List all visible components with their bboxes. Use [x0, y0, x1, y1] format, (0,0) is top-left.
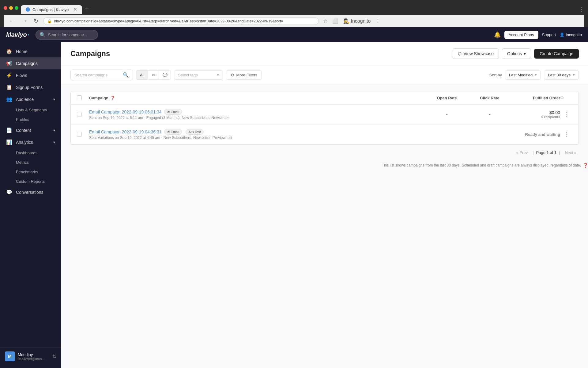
meta-separator: -: [144, 116, 146, 120]
column-settings-icon[interactable]: ⚙: [560, 95, 564, 100]
tab-title: Campaigns | Klaviyo: [32, 7, 69, 12]
prev-page-button[interactable]: « Prev: [514, 149, 530, 156]
options-label: Options: [507, 51, 522, 56]
sort-dropdown[interactable]: Last Modified ▾: [505, 70, 541, 80]
search-input[interactable]: [74, 73, 120, 77]
meta-tags: Engaged (3 Months), New Subscribers, New…: [146, 116, 229, 120]
sort-chevron-icon: ▾: [535, 73, 537, 77]
sidebar-item-conversations[interactable]: 💬 Conversations: [0, 186, 61, 198]
meta-prefix: Sent on: [89, 116, 102, 120]
select-all-checkbox-wrap[interactable]: [77, 95, 89, 100]
filter-email-button[interactable]: ✉: [149, 70, 159, 80]
user-icon: 👤: [560, 33, 564, 37]
fulfilled-count: 0 recipients: [511, 115, 560, 119]
sidebar-item-benchmarks[interactable]: Benchmarks: [0, 167, 61, 177]
filter-all-button[interactable]: All: [136, 70, 148, 80]
back-button[interactable]: ←: [7, 17, 17, 25]
account-plans-button[interactable]: Account Plans: [504, 31, 538, 39]
address-bar[interactable]: 🔒 klaviyo.com/campaigns?q=&status=&type=…: [43, 17, 319, 25]
row-1-menu-button[interactable]: ⋮: [560, 111, 572, 118]
sidebar-item-lists-segments[interactable]: Lists & Segments: [0, 105, 61, 115]
sidebar-sub-label: Dashboards: [16, 151, 37, 155]
search-icon: 🔍: [123, 72, 129, 78]
incognito-btn[interactable]: 🕵 Incognito: [342, 17, 372, 25]
sidebar-item-label: Home: [16, 49, 27, 54]
close-traffic-light[interactable]: [4, 6, 7, 10]
click-rate-header-label: Click Rate: [480, 96, 499, 100]
browser-tabs: Campaigns | Klaviyo ✕ +: [21, 4, 91, 14]
next-page-button[interactable]: Next »: [562, 149, 579, 156]
active-tab[interactable]: Campaigns | Klaviyo ✕: [21, 5, 82, 14]
sidebar-group-label: Content: [16, 128, 31, 133]
sidebar-item-audience[interactable]: 👥 Audience ▾: [0, 93, 61, 105]
sidebar-item-flows[interactable]: ⚡ Flows: [0, 69, 61, 81]
support-button[interactable]: Support: [542, 33, 556, 37]
campaign-help-icon[interactable]: ❓: [110, 96, 115, 100]
create-campaign-button[interactable]: Create Campaign: [534, 49, 579, 59]
user-info: Moodjoy 9ba4e9ef@moo...: [18, 352, 49, 361]
options-button[interactable]: Options ▾: [502, 48, 531, 59]
table-row: Email Campaign 2022-09-19 04:36:31 ✉ Ema…: [71, 125, 579, 144]
ab-test-tag-badge: A/B Test: [186, 129, 204, 135]
more-filters-button[interactable]: ⚙ More Filters: [226, 70, 262, 80]
bookmark-btn[interactable]: ☆: [322, 17, 329, 25]
notification-bell-button[interactable]: 🔔: [494, 31, 501, 38]
select-all-checkbox[interactable]: [77, 95, 82, 100]
sidebar-item-content[interactable]: 📄 Content ▾: [0, 124, 61, 136]
new-tab-button[interactable]: +: [83, 4, 91, 14]
row-2-menu-button[interactable]: ⋮: [560, 131, 572, 138]
page-title: Campaigns: [70, 49, 110, 58]
meta-tags: New Subscribers, Newsletter, Preview Lis…: [164, 136, 232, 140]
row-2-checkbox-wrap[interactable]: [77, 132, 89, 137]
browser-toolbar: ← → ↻ 🔒 klaviyo.com/campaigns?q=&status=…: [4, 15, 584, 27]
campaign-link[interactable]: Email Campaign 2022-09-19 06:01:34 ✉ Ema…: [89, 109, 425, 115]
sidebar-item-campaigns[interactable]: 📢 Campaigns: [0, 57, 61, 69]
sidebar: 🏠 Home 📢 Campaigns ⚡ Flows 📋 Signup Form…: [0, 42, 61, 368]
campaign-info: Email Campaign 2022-09-19 04:36:31 ✉ Ema…: [89, 129, 425, 140]
browser-menu-btn[interactable]: ⋮: [579, 6, 584, 13]
maximize-traffic-light[interactable]: [15, 6, 18, 10]
sidebar-user-footer[interactable]: M Moodjoy 9ba4e9ef@moo... ⇅: [0, 347, 61, 365]
email-tag-badge: ✉ Email: [164, 109, 182, 115]
reload-button[interactable]: ↻: [32, 17, 40, 25]
meta-separator: -: [161, 136, 163, 140]
row-1-checkbox[interactable]: [77, 112, 82, 117]
traffic-lights: [4, 6, 18, 10]
forward-button[interactable]: →: [20, 17, 29, 25]
email-tag-badge: ✉ Email: [164, 129, 182, 135]
sidebar-item-custom-reports[interactable]: Custom Reports: [0, 177, 61, 186]
top-search-input[interactable]: [48, 33, 94, 37]
browser-menu-dots[interactable]: ⋮: [374, 17, 382, 25]
view-showcase-button[interactable]: ⬡ View Showcase: [453, 48, 499, 59]
top-navigation: klaviyo● 🔍 🔔 Account Plans Support 👤 Inc…: [0, 27, 588, 42]
chevron-right-icon: ▾: [53, 128, 55, 132]
sidebar-item-signup-forms[interactable]: 📋 Signup Forms: [0, 81, 61, 93]
incognito-user-button[interactable]: 👤 Incognito: [560, 33, 582, 37]
email-tag-icon: ✉: [167, 130, 170, 134]
view-showcase-label: View Showcase: [463, 51, 494, 56]
filter-icon: ⚙: [231, 73, 234, 77]
footer-help-icon[interactable]: ❓: [583, 163, 588, 168]
sidebar-item-home[interactable]: 🏠 Home: [0, 45, 61, 57]
row-checkbox-wrap[interactable]: [77, 112, 89, 117]
row-2-checkbox[interactable]: [77, 132, 82, 137]
expand-icon: ⇅: [52, 354, 56, 359]
sort-value: Last Modified: [509, 73, 533, 77]
filter-sms-button[interactable]: 💬: [160, 70, 171, 80]
minimize-traffic-light[interactable]: [9, 6, 13, 10]
campaign-link[interactable]: Email Campaign 2022-09-19 04:36:31 ✉ Ema…: [89, 129, 425, 135]
sidebar-item-analytics[interactable]: 📊 Analytics ▾: [0, 136, 61, 148]
tab-close-btn[interactable]: ✕: [73, 7, 77, 12]
date-range-dropdown[interactable]: Last 30 days ▾: [544, 70, 579, 80]
sidebar-item-profiles[interactable]: Profiles: [0, 115, 61, 124]
campaign-search-wrap[interactable]: 🔍: [70, 70, 133, 80]
sidebar-item-metrics[interactable]: Metrics: [0, 158, 61, 167]
incognito-icon: 🕵: [343, 18, 349, 24]
screenshot-btn[interactable]: ⬜: [331, 17, 340, 25]
browser-chrome: Campaigns | Klaviyo ✕ + ⋮ ← → ↻ 🔒 klaviy…: [0, 0, 588, 27]
tags-dropdown[interactable]: Select tags ▾: [174, 70, 223, 80]
filters-bar: 🔍 All ✉ 💬 Select tags ▾ ⚙ More Filters: [61, 65, 588, 85]
top-search-bar[interactable]: 🔍: [36, 30, 98, 40]
campaign-meta-1: Sent on Sep 19, 2022 at 6:11 am - Engage…: [89, 116, 425, 120]
sidebar-item-dashboards[interactable]: Dashboards: [0, 148, 61, 158]
